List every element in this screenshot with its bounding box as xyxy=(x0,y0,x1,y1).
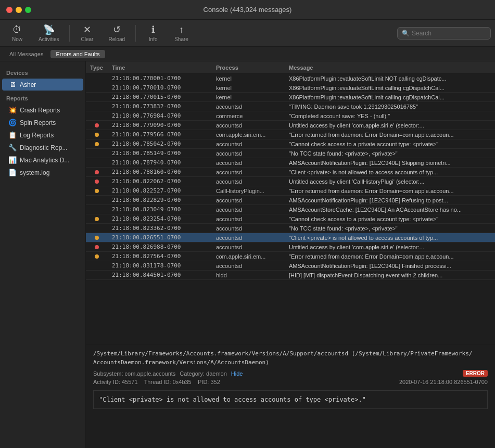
sidebar-item-diagnostic[interactable]: 🔧 Diagnostic Rep... xyxy=(2,142,83,153)
now-icon: ⏱ xyxy=(12,24,22,35)
cell-type xyxy=(86,245,108,249)
activities-button[interactable]: 📡 Activities xyxy=(32,22,65,44)
error-dot xyxy=(95,180,99,184)
sidebar-item-spin-reports[interactable]: 🌀 Spin Reports xyxy=(2,117,83,129)
activities-icon: 📡 xyxy=(43,24,55,35)
cell-time: 21:18:00.787940-0700 xyxy=(108,159,212,166)
cell-message: "No TCC state found: <private>, <private… xyxy=(285,150,495,157)
sidebar-item-label: system.log xyxy=(20,169,49,176)
sidebar-item-crash-reports[interactable]: 💥 Crash Reports xyxy=(2,104,83,116)
table-row[interactable]: 21:18:00.770010-0700kernelX86PlatformPlu… xyxy=(86,83,495,93)
table-row[interactable]: 21:18:00.788160-0700accountsd"Client <pr… xyxy=(86,168,495,177)
table-row[interactable]: 21:18:00.779090-0700accountsdUntitled ac… xyxy=(86,121,495,130)
cell-message: X86PlatformPlugin::evaluateSoftLimit cal… xyxy=(285,85,495,91)
table-row[interactable]: 21:18:00.822527-0700CallHistoryPlugin...… xyxy=(86,186,495,196)
activities-label: Activities xyxy=(39,36,59,42)
window-controls[interactable] xyxy=(6,7,31,13)
warning-dot xyxy=(95,133,99,137)
close-button[interactable] xyxy=(6,7,12,13)
info-button[interactable]: ℹ Info xyxy=(140,22,166,44)
maximize-button[interactable] xyxy=(25,7,31,13)
cell-message: "Error returned from daemon: Error Domai… xyxy=(285,188,495,194)
reload-button[interactable]: ↺ Reload xyxy=(102,22,131,44)
cell-message: "No TCC state found: <private>, <private… xyxy=(285,225,495,232)
table-row[interactable]: 21:18:00.773832-0700accountsd"TIMING: Da… xyxy=(86,102,495,111)
sidebar-item-asher[interactable]: 🖥 Asher xyxy=(2,79,83,91)
cell-time: 21:18:00.826551-0700 xyxy=(108,234,212,241)
cell-message: Untitled access by client 'com.apple.sir… xyxy=(285,122,495,129)
cell-process: accountsd xyxy=(212,225,285,232)
detail-path: /System/Library/Frameworks/Accounts.fram… xyxy=(93,350,488,367)
cell-time: 21:18:00.844501-0700 xyxy=(108,272,212,278)
now-label: Now xyxy=(12,36,22,42)
cell-type xyxy=(86,133,108,137)
minimize-button[interactable] xyxy=(16,7,22,13)
table-row[interactable]: 21:18:00.823049-0700accountsdAMSAccountS… xyxy=(86,205,495,214)
cell-time: 21:18:00.823254-0700 xyxy=(108,215,212,222)
cell-time: 21:18:00.776984-0700 xyxy=(108,112,212,119)
sidebar-item-mac-analytics[interactable]: 📊 Mac Analytics D... xyxy=(2,154,83,166)
table-row[interactable]: 21:18:00.822062-0700accountsdUntitled ac… xyxy=(86,177,495,186)
main-layout: Devices 🖥 Asher Reports 💥 Crash Reports … xyxy=(0,61,495,448)
sidebar-item-system-log[interactable]: 📄 system.log xyxy=(2,167,83,178)
hide-link[interactable]: Hide xyxy=(231,370,243,377)
info-label: Info xyxy=(149,36,158,42)
cell-process: accountsd xyxy=(212,263,285,269)
table-row[interactable]: 21:18:00.823362-0700accountsd"No TCC sta… xyxy=(86,224,495,233)
cell-time: 21:18:00.779090-0700 xyxy=(108,122,212,129)
col-header-type: Type xyxy=(86,65,108,71)
share-button[interactable]: ↑ Share xyxy=(168,22,195,44)
now-button[interactable]: ⏱ Now xyxy=(4,22,30,44)
cell-time: 21:18:00.827564-0700 xyxy=(108,253,212,260)
search-input[interactable] xyxy=(412,30,486,37)
analytics-icon: 📊 xyxy=(8,156,17,164)
table-row[interactable]: 21:18:00.787940-0700accountsdAMSAccountN… xyxy=(86,158,495,168)
table-row[interactable]: 21:18:00.770015-0700kernelX86PlatformPlu… xyxy=(86,93,495,102)
sidebar-item-log-reports[interactable]: 📋 Log Reports xyxy=(2,129,83,141)
log-area: Type Time Process Message 21:18:00.77000… xyxy=(86,61,495,448)
table-row[interactable]: 21:18:00.844501-0700hidd[HID] [MT] dispa… xyxy=(86,271,495,280)
tab-errors-faults[interactable]: Errors and Faults xyxy=(50,50,105,58)
cell-process: accountsd xyxy=(212,141,285,147)
share-icon: ↑ xyxy=(179,24,184,35)
table-row[interactable]: 21:18:00.785042-0700accountsd"Cannot che… xyxy=(86,139,495,149)
table-row[interactable]: 21:18:00.779566-0700com.apple.siri.em...… xyxy=(86,130,495,139)
toolbar: ⏱ Now 📡 Activities ✕ Clear ↺ Reload ℹ In… xyxy=(0,20,495,47)
detail-left-ids: Activity ID: 45571 Thread ID: 0x4b35 PID… xyxy=(93,379,220,385)
clear-button[interactable]: ✕ Clear xyxy=(74,22,100,44)
search-icon: 🔍 xyxy=(402,30,410,37)
filter-tabs: All Messages Errors and Faults xyxy=(0,47,495,61)
table-row[interactable]: 21:18:00.827564-0700com.apple.siri.em...… xyxy=(86,252,495,261)
cell-message: "Completed account save: YES - (null)." xyxy=(285,113,495,119)
table-row[interactable]: 21:18:00.826551-0700accountsd"Client <pr… xyxy=(86,233,495,242)
log-table[interactable]: 21:18:00.770001-0700kernelX86PlatformPlu… xyxy=(86,74,495,344)
error-badge: ERROR xyxy=(463,370,488,377)
cell-process: accountsd xyxy=(212,178,285,185)
tab-all-messages[interactable]: All Messages xyxy=(4,50,48,58)
cell-message: AMSAccountStoreCache: [1E2C940E] An ACAc… xyxy=(285,207,495,213)
table-row[interactable]: 21:18:00.776984-0700commerce"Completed a… xyxy=(86,111,495,121)
cell-process: accountsd xyxy=(212,235,285,241)
spin-icon: 🌀 xyxy=(8,119,17,126)
cell-process: accountsd xyxy=(212,244,285,250)
detail-meta: Subsystem: com.apple.accounts Category: … xyxy=(93,370,488,377)
cell-message: "Cannot check access to a private accoun… xyxy=(285,216,495,222)
table-row[interactable]: 21:18:00.785149-0700accountsd"No TCC sta… xyxy=(86,149,495,158)
cell-process: accountsd xyxy=(212,122,285,129)
cell-type xyxy=(86,180,108,184)
col-header-time: Time xyxy=(108,65,212,71)
table-row[interactable]: 21:18:00.770001-0700kernelX86PlatformPlu… xyxy=(86,74,495,83)
table-row[interactable]: 21:18:00.826988-0700accountsdUntitled ac… xyxy=(86,242,495,252)
table-row[interactable]: 21:18:00.823254-0700accountsd"Cannot che… xyxy=(86,214,495,224)
cell-time: 21:18:00.822062-0700 xyxy=(108,178,212,185)
search-bar[interactable]: 🔍 xyxy=(397,27,491,40)
cell-time: 21:18:00.779566-0700 xyxy=(108,131,212,138)
table-row[interactable]: 21:18:00.822829-0700accountsdAMSAccountN… xyxy=(86,196,495,205)
separator-2 xyxy=(135,25,136,42)
reports-section-label: Reports xyxy=(0,91,85,104)
cell-type xyxy=(86,189,108,193)
clear-label: Clear xyxy=(81,36,94,42)
table-row[interactable]: 21:18:00.831178-0700accountsdAMSAccountN… xyxy=(86,261,495,271)
crash-icon: 💥 xyxy=(8,106,17,114)
cell-type xyxy=(86,142,108,146)
